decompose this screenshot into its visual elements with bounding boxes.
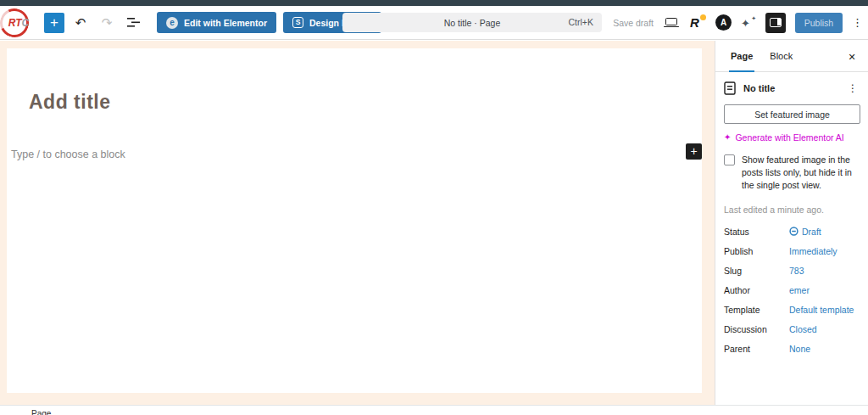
settings-sidebar-toggle-button[interactable] [765,13,786,33]
window-top-strip [0,0,868,6]
settings-sidebar: Page Block ✕ No title ⋮ Set featured ima… [715,41,868,405]
edit-with-elementor-button[interactable]: e Edit with Elementor [157,12,276,33]
tab-block[interactable]: Block [761,41,801,71]
preview-icon[interactable] [663,16,680,30]
field-publish: Publish Immediately [724,246,860,256]
redo-icon[interactable]: ↷ [97,13,117,33]
ai-sparkles-icon[interactable]: ✦ ✦ [741,15,756,31]
empty-block-input[interactable]: Type / to choose a block [11,149,125,160]
discussion-value-button[interactable]: Closed [789,324,817,334]
command-palette-bar[interactable]: No title · Page Ctrl+K [342,13,602,32]
generate-with-elementor-ai-link[interactable]: ✦ Generate with Elementor AI [724,132,844,143]
publish-button[interactable]: Publish [795,13,843,33]
list-view-glyph [127,17,140,28]
checkbox-label: Show featured image in the posts lists o… [742,154,859,192]
featured-image-option-row: Show featured image in the posts lists o… [724,154,860,192]
tab-page[interactable]: Page [722,41,761,71]
document-icon [724,81,736,95]
page-surface: Add title Type / to choose a block + [7,48,702,393]
editor-canvas: Add title Type / to choose a block + [0,41,715,405]
options-menu-icon[interactable]: ⋮ [852,16,862,29]
inline-block-inserter-button[interactable]: + [686,143,702,160]
editor-toolbar: RTC + ↶ ↷ e Edit with Elementor S Design… [0,6,868,40]
list-view-icon[interactable] [123,13,143,33]
undo-icon[interactable]: ↶ [70,13,91,33]
last-edited-text: Last edited a minute ago. [724,205,860,215]
document-actions-kebab-icon[interactable]: ⋮ [846,82,860,94]
field-author: Author emer [724,285,860,295]
document-settings-fields: Status Draft Publish Immediately Slug 78… [724,227,860,354]
field-discussion: Discussion Closed [724,324,860,334]
editor-footer: Page [0,405,868,415]
field-slug: Slug 783 [724,266,860,276]
author-value-button[interactable]: emer [789,285,810,295]
template-value-button[interactable]: Default template [789,305,854,315]
edit-with-elementor-label: Edit with Elementor [184,18,267,28]
elementor-icon: e [166,17,178,29]
field-parent: Parent None [724,344,860,354]
design-library-icon: S [292,17,303,28]
command-shortcut: Ctrl+K [569,17,593,27]
close-icon[interactable]: ✕ [843,48,861,66]
site-logo: RTC [0,7,37,39]
ai-sparkle-icon: ✦ [724,133,731,142]
toolbar-right-group: Save draft R A ✦ ✦ Publish ⋮ [613,6,862,39]
sidebar-doc-title: No title [743,83,846,93]
post-title-input[interactable]: Add title [29,91,111,114]
status-value-button[interactable]: Draft [789,227,821,237]
show-featured-image-checkbox[interactable] [724,154,735,165]
field-template: Template Default template [724,305,860,315]
rank-math-icon[interactable]: R [689,14,706,31]
field-status: Status Draft [724,227,860,237]
document-summary-row: No title ⋮ [724,81,860,95]
sidebar-tabs: Page Block ✕ [715,41,868,72]
toolbar-left-group: RTC + ↶ ↷ e Edit with Elementor S Design… [0,6,381,39]
a-badge-icon[interactable]: A [715,14,732,31]
save-draft-button[interactable]: Save draft [613,18,654,28]
set-featured-image-button[interactable]: Set featured image [724,104,860,124]
logo-text: RTC [8,17,29,29]
sidebar-panel-icon [770,18,782,27]
wordpress-block-editor: RTC + ↶ ↷ e Edit with Elementor S Design… [0,0,868,415]
notification-dot [700,14,706,20]
slug-value-button[interactable]: 783 [789,266,804,276]
draft-status-icon [789,227,798,236]
publish-date-value-button[interactable]: Immediately [789,246,837,256]
breadcrumb: Page [31,409,51,415]
parent-value-button[interactable]: None [789,344,810,354]
document-title: No title · Page [444,18,501,28]
block-inserter-toggle-button[interactable]: + [44,13,64,33]
